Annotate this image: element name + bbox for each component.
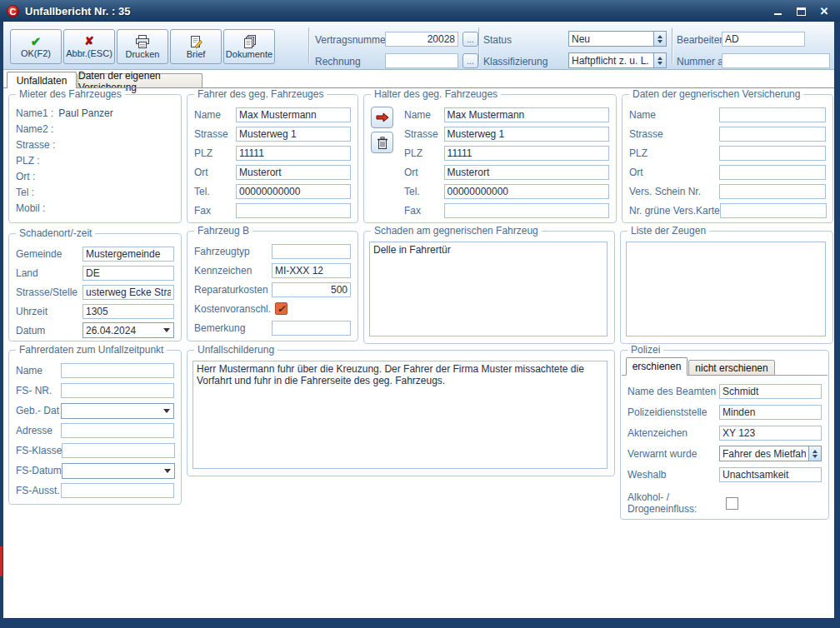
tab-erschienen[interactable]: erschienen [626,357,688,376]
klassifizierung-spinner[interactable] [653,53,666,67]
vers-strasse-input[interactable] [719,127,826,142]
datum-label: Datum [16,325,82,336]
datum-combobox[interactable] [82,322,174,338]
panel-title: Unfallschilderung [194,344,278,356]
unfallschilderung-textarea[interactable]: Herr Mustermann fuhr über die Kreuzung. … [192,361,608,469]
verwarnt-wurde-input[interactable] [720,446,808,461]
rechnung-browse-button[interactable]: ... [462,53,478,68]
land-input[interactable] [82,266,174,281]
halter-plz-input[interactable] [444,146,609,161]
fahrer-ort-input[interactable] [236,165,351,180]
halter-name-input[interactable] [444,107,609,122]
vers-name-input[interactable] [719,107,826,122]
letter-button[interactable]: Brief [170,29,222,64]
panel-title: Polizei [628,344,663,356]
cancel-button[interactable]: ✘ Abbr.(ESC) [63,29,115,64]
nummer-alt-input[interactable] [722,53,830,68]
geb-dat-input[interactable] [62,404,160,418]
weshalb-input[interactable] [719,467,822,482]
vers-ort-input[interactable] [719,165,826,180]
alkohol-drogeneinfluss-label: Alkohol- / Drogeneinfluss: [628,491,726,515]
fahrer-tel-input[interactable] [236,184,351,199]
fahrzeugtyp-input[interactable] [272,244,351,259]
bemerkung-input[interactable] [272,321,351,336]
maximize-button[interactable] [795,6,807,16]
bearbeiter-input[interactable] [722,32,805,47]
rechnung-input[interactable] [385,53,458,68]
uhrzeit-input[interactable] [82,304,174,319]
ok-button[interactable]: ✔ OK(F2) [10,29,62,64]
strasse-stelle-input[interactable] [82,285,174,300]
rechnung-label: Rechnung [315,56,361,67]
bearbeiter-label: Bearbeiter [677,34,722,46]
print-button[interactable]: Drucken [117,29,168,64]
polizeidienststelle-input[interactable] [719,405,822,420]
documents-button[interactable]: Dokumente [223,29,275,64]
datum-input[interactable] [83,323,160,337]
ok-button-label: OK(F2) [21,48,51,58]
fs-klasse-input[interactable] [62,443,175,458]
status-spinner[interactable] [653,32,666,46]
halter-ort-input[interactable] [444,165,609,180]
kostenvoranschlag-checkbox[interactable]: ✓ [275,302,288,315]
copy-data-arrow-button[interactable] [371,107,393,128]
halter-tel-label: Tel. [404,186,444,197]
cancel-button-label: Abbr.(ESC) [66,48,112,58]
vers-schein-nr-input[interactable] [719,184,826,199]
geb-dat-dropdown-button[interactable] [160,404,173,418]
fahrer-name-input[interactable] [236,107,351,122]
mieter-strasse-label: Strasse : [16,139,55,151]
fs-datum-combobox[interactable] [62,463,175,479]
land-label: Land [16,267,82,279]
tab-daten-der-eigenen-versicherung[interactable]: Daten der eigenen Versicherung [78,73,202,88]
tab-nicht-erschienen[interactable]: nicht erschienen [688,360,775,376]
mieter-tel-label: Tel : [16,187,34,198]
aktenzeichen-input[interactable] [719,426,822,441]
verwarnt-wurde-combobox[interactable] [719,446,822,461]
fahrer-plz-input[interactable] [236,146,351,161]
panel-polizei: Polizei erschienen nicht erschienen Name… [620,350,829,520]
fahrer-fax-input[interactable] [236,203,351,218]
beamter-name-input[interactable] [719,384,822,399]
vertragsnummer-browse-button[interactable]: ... [462,32,478,47]
chevron-down-icon [163,328,170,332]
vers-plz-input[interactable] [719,146,826,161]
halter-tel-input[interactable] [444,184,609,199]
kennzeichen-input[interactable] [272,263,351,278]
alkohol-checkbox[interactable] [726,497,738,510]
minimize-button[interactable] [772,6,783,16]
status-input[interactable] [569,32,653,46]
reparaturkosten-input[interactable] [272,282,351,297]
verwarnt-wurde-spinner[interactable] [808,446,821,461]
fs-datum-dropdown-button[interactable] [161,464,174,478]
fs-nr-input[interactable] [61,383,174,398]
geb-dat-combobox[interactable] [61,403,174,419]
klassifizierung-combobox[interactable] [568,52,667,68]
close-button[interactable]: ✕ [818,6,830,16]
vertragsnummer-input[interactable] [385,32,458,47]
halter-fax-input[interactable] [444,203,609,218]
status-label: Status [483,34,512,46]
fahrer-strasse-label: Strasse [194,128,236,140]
reparaturkosten-label: Reparaturkosten [194,284,272,296]
panel-fahrerdaten-zum-unfallzeitpunkt: Fahrerdaten zum Unfallzeitpunkt Name FS-… [8,350,182,505]
tab-unfalldaten[interactable]: Unfalldaten [7,72,77,88]
schaden-geg-fahrzeug-textarea[interactable]: Delle in Fahrertür [369,242,608,336]
gemeinde-input[interactable] [82,247,174,262]
fs-datum-input[interactable] [62,464,161,478]
fd-name-input[interactable] [61,363,174,378]
klassifizierung-input[interactable] [569,53,653,67]
status-combobox[interactable] [568,31,667,47]
adresse-input[interactable] [61,423,174,438]
halter-strasse-input[interactable] [444,127,609,142]
panel-halter-des-geg-fahrzeuges: Halter des geg. Fahrzeuges Name Strasse … [363,94,617,223]
datum-dropdown-button[interactable] [160,323,173,337]
halter-plz-label: PLZ [404,147,444,159]
fahrer-strasse-input[interactable] [236,127,351,142]
zeugen-textarea[interactable] [626,242,826,336]
delete-button[interactable] [371,132,393,153]
app-window: C Unfallbericht Nr. : 35 ✕ ✔ OK(F2) ✘ Ab… [0,0,840,628]
window-controls: ✕ [772,6,830,16]
gruene-vers-karte-input[interactable] [720,203,827,218]
fs-ausst-input[interactable] [61,483,174,498]
